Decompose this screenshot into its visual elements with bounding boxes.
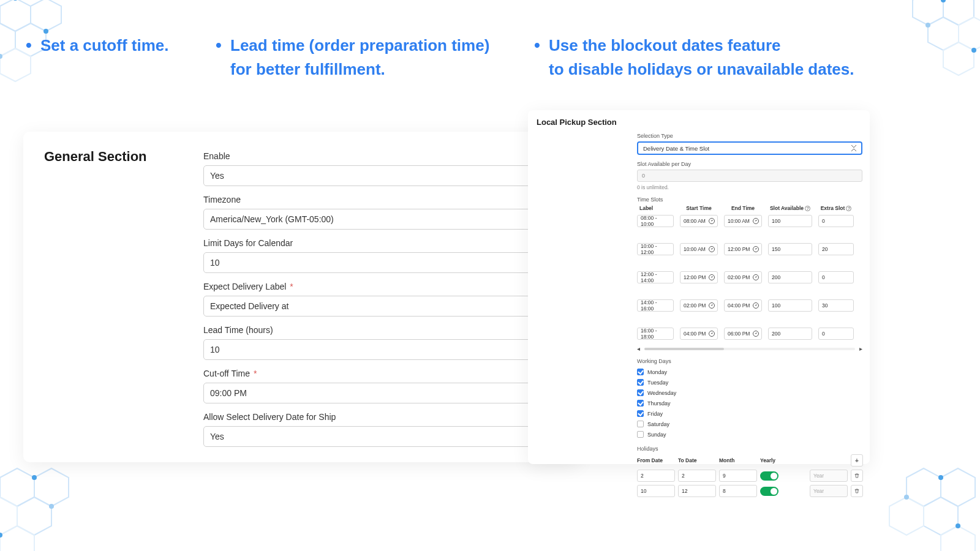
holiday-row: 10128Year xyxy=(637,485,862,497)
slot-available-label: Slot Available per Day xyxy=(637,161,862,167)
bullet-leadtime: Lead time (order preparation time) for b… xyxy=(214,34,514,81)
slot-start-input[interactable]: 12:00 PM xyxy=(680,271,718,283)
bullet-blockout: Use the blockout dates feature to disabl… xyxy=(533,34,956,81)
time-slot-row: 08:00 - 10:0008:00 AM10:00 AM1000 xyxy=(637,215,862,227)
svg-point-23 xyxy=(0,533,2,538)
slot-extra-input[interactable]: 0 xyxy=(818,271,854,283)
svg-marker-18 xyxy=(17,497,51,535)
working-days-list: MondayTuesdayWednesdayThursdayFridaySatu… xyxy=(637,367,862,440)
day-checkbox[interactable] xyxy=(637,369,644,375)
slot-start-input[interactable]: 04:00 PM xyxy=(680,328,718,340)
working-day-row: Monday xyxy=(637,367,862,377)
holidays-body: 229Year10128Year xyxy=(637,470,862,497)
cutoff-label: Cut-off Time * xyxy=(203,369,567,378)
allow-value: Yes xyxy=(210,432,224,441)
limit-days-input[interactable]: 10 xyxy=(203,252,567,273)
holiday-to-input[interactable]: 12 xyxy=(678,485,716,497)
slot-end-input[interactable]: 04:00 PM xyxy=(724,299,762,312)
cutoff-label-text: Cut-off Time xyxy=(203,369,250,378)
day-checkbox[interactable] xyxy=(637,431,644,438)
slot-available-input[interactable]: 0 xyxy=(637,170,862,182)
working-day-row: Sunday xyxy=(637,429,862,440)
slot-avail-input[interactable]: 100 xyxy=(768,299,812,312)
holiday-year-input[interactable]: Year xyxy=(810,485,848,497)
holiday-from-input[interactable]: 2 xyxy=(637,470,675,482)
delete-holiday-button[interactable] xyxy=(851,485,863,497)
scroll-thumb[interactable] xyxy=(644,348,724,350)
selection-type-value: Delivery Date & Time Slot xyxy=(643,145,709,152)
holiday-yearly-toggle[interactable] xyxy=(760,487,807,496)
svg-marker-26 xyxy=(924,497,958,535)
slot-start-input[interactable]: 02:00 PM xyxy=(680,299,718,312)
slot-start-input[interactable]: 08:00 AM xyxy=(680,215,718,227)
svg-marker-17 xyxy=(34,468,69,506)
working-day-row: Friday xyxy=(637,408,862,419)
slot-label-input[interactable]: 16:00 - 18:00 xyxy=(637,328,674,340)
enable-value: Yes xyxy=(210,171,224,181)
svg-marker-28 xyxy=(941,526,975,551)
hh-to: To Date xyxy=(678,457,716,463)
scroll-right-icon[interactable]: ▸ xyxy=(859,345,862,352)
svg-marker-20 xyxy=(0,526,34,551)
slot-extra-input[interactable]: 0 xyxy=(818,215,854,227)
slot-end-input[interactable]: 02:00 PM xyxy=(724,271,762,283)
slot-extra-input[interactable]: 30 xyxy=(818,299,854,312)
day-label: Sunday xyxy=(647,432,666,438)
time-slot-row: 16:00 - 18:0004:00 PM06:00 PM2000 xyxy=(637,328,862,340)
add-holiday-button[interactable]: + xyxy=(851,454,863,467)
slot-label-input[interactable]: 10:00 - 12:00 xyxy=(637,243,674,255)
slot-extra-input[interactable]: 0 xyxy=(818,328,854,340)
holiday-yearly-toggle[interactable] xyxy=(760,471,807,481)
day-checkbox[interactable] xyxy=(637,410,644,417)
local-pickup-panel: Local Pickup Section Selection Type Deli… xyxy=(528,110,870,464)
slot-end-input[interactable]: 10:00 AM xyxy=(724,215,762,227)
day-checkbox[interactable] xyxy=(637,400,644,407)
timezone-select[interactable]: America/New_York (GMT-05:00) xyxy=(203,209,567,230)
hh-month: Month xyxy=(719,457,757,463)
slot-extra-input[interactable]: 20 xyxy=(818,243,854,255)
slot-label-input[interactable]: 12:00 - 14:00 xyxy=(637,271,674,283)
cutoff-time-input[interactable]: 09:00 PM xyxy=(203,383,567,403)
day-label: Saturday xyxy=(647,421,669,427)
holiday-month-input[interactable]: 8 xyxy=(719,485,757,497)
slot-avail-input[interactable]: 100 xyxy=(768,215,812,227)
working-day-row: Tuesday xyxy=(637,377,862,388)
slot-end-input[interactable]: 06:00 PM xyxy=(724,328,762,340)
slot-end-input[interactable]: 12:00 PM xyxy=(724,243,762,255)
slot-label-input[interactable]: 14:00 - 16:00 xyxy=(637,299,674,312)
slot-avail-input[interactable]: 200 xyxy=(768,271,812,283)
holiday-to-input[interactable]: 2 xyxy=(678,470,716,482)
day-checkbox[interactable] xyxy=(637,379,644,386)
th-avail: Slot Available? xyxy=(768,205,812,211)
day-checkbox[interactable] xyxy=(637,389,644,396)
holiday-year-input[interactable]: Year xyxy=(810,470,848,482)
help-icon[interactable]: ? xyxy=(846,206,851,211)
bullet-leadtime-l2: for better fulfillment. xyxy=(230,58,514,81)
day-label: Wednesday xyxy=(647,390,676,396)
slot-start-input[interactable]: 10:00 AM xyxy=(680,243,718,255)
slot-avail-input[interactable]: 150 xyxy=(768,243,812,255)
svg-point-30 xyxy=(904,495,909,500)
day-checkbox[interactable] xyxy=(637,421,644,427)
day-label: Tuesday xyxy=(647,380,668,386)
th-label: Label xyxy=(637,205,674,211)
local-pickup-title: Local Pickup Section xyxy=(535,118,862,127)
expect-label-text: Expect Delivery Label xyxy=(203,282,286,291)
slot-avail-input[interactable]: 200 xyxy=(768,328,812,340)
expect-input[interactable]: Expected Delivery at xyxy=(203,296,567,317)
svg-point-22 xyxy=(49,504,54,509)
enable-select[interactable]: Yes xyxy=(203,165,567,186)
holiday-month-input[interactable]: 9 xyxy=(719,470,757,482)
bullet-leadtime-l1: Lead time (order preparation time) xyxy=(230,36,489,54)
help-icon[interactable]: ? xyxy=(805,206,810,211)
leadtime-input[interactable]: 10 xyxy=(203,339,567,360)
delete-holiday-button[interactable] xyxy=(851,470,863,482)
required-marker: * xyxy=(290,282,293,291)
selection-type-select[interactable]: Delivery Date & Time Slot xyxy=(637,141,862,155)
allow-select[interactable]: Yes xyxy=(203,426,567,447)
horizontal-scrollbar[interactable]: ◂ ▸ xyxy=(637,346,862,352)
slot-label-input[interactable]: 08:00 - 10:00 xyxy=(637,215,674,227)
holiday-from-input[interactable]: 10 xyxy=(637,485,675,497)
expect-label: Expect Delivery Label * xyxy=(203,282,567,291)
scroll-left-icon[interactable]: ◂ xyxy=(637,345,640,352)
